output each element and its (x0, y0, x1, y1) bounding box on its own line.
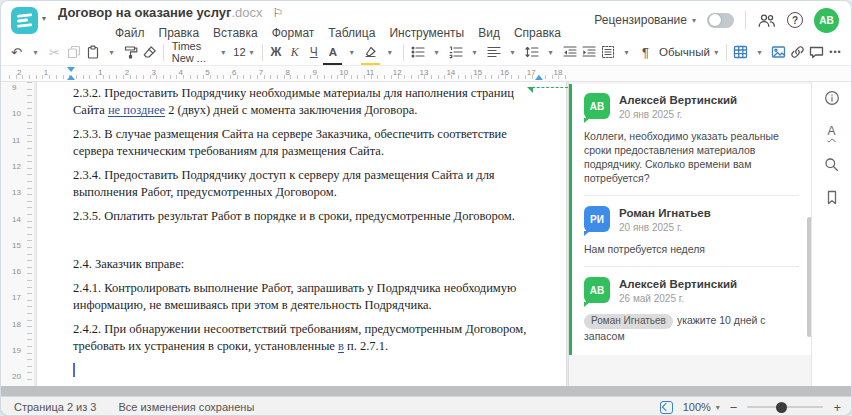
paste-button[interactable] (83, 41, 102, 63)
comment-text-with-mention: Роман Игнатьевукажите 10 дней с запасом (584, 313, 799, 343)
show-paragraph-marks-button[interactable]: ¶ (636, 41, 655, 63)
format-painter-button[interactable] (121, 41, 140, 63)
comment-thread[interactable]: АВ Алексей Вертинский 20 янв 2025 г. Кол… (569, 84, 813, 355)
insert-link-button[interactable] (788, 41, 807, 63)
bullet-list-caret-icon[interactable]: ▾ (435, 48, 439, 57)
search-icon[interactable] (822, 154, 842, 174)
zoom-in-button[interactable]: + (833, 400, 841, 415)
paragraph-settings-caret-icon[interactable]: ▾ (625, 48, 629, 57)
font-color-button[interactable]: А (323, 41, 342, 63)
user-avatar[interactable]: АВ (814, 8, 839, 33)
header: ▾ Договор на оказание услуг.docx⚐ Файл П… (1, 1, 851, 39)
right-indent-marker[interactable] (535, 75, 543, 80)
app-logo-icon[interactable] (11, 7, 38, 34)
menu-view[interactable]: Вид (478, 26, 500, 40)
zoom-slider[interactable] (747, 406, 823, 408)
comment-avatar: РИ (584, 206, 610, 232)
first-line-indent-marker[interactable] (67, 67, 75, 72)
chevron-down-icon: ▾ (714, 48, 718, 57)
flag-icon[interactable]: ⚐ (273, 6, 284, 20)
paragraph-2-4-1[interactable]: 2.4.1. Контролировать выполнение Работ, … (73, 280, 539, 314)
insert-table-caret-icon[interactable]: ▾ (757, 48, 761, 57)
review-toggle[interactable] (707, 13, 734, 28)
comment-text: Коллеги, необходимо указать реальные сро… (584, 129, 799, 185)
paragraph-2-3-4[interactable]: 2.3.4. Предоставить Подрядчику доступ к … (73, 167, 539, 201)
help-icon[interactable]: ? (787, 12, 803, 28)
menu-file[interactable]: Файл (115, 26, 145, 40)
horizontal-scroll-track[interactable] (1, 386, 851, 396)
font-size-select[interactable]: 12▾ (229, 41, 257, 63)
mention-badge[interactable]: Роман Игнатьев (584, 314, 673, 329)
comment-date: 20 янв 2025 г. (619, 109, 737, 120)
cut-button[interactable]: ✂ (45, 41, 64, 63)
bullet-list-button[interactable] (408, 41, 427, 63)
font-color-letter: А (329, 46, 337, 58)
insert-comment-button[interactable] (807, 41, 826, 63)
more-tools-button[interactable]: ••• (826, 41, 845, 63)
comment-anchor-text[interactable]: не позднее (108, 103, 165, 117)
highlight-caret-icon[interactable]: ▾ (388, 48, 392, 57)
paragraph-2-3-3[interactable]: 2.3.3. В случае размещения Сайта на серв… (73, 126, 539, 160)
info-icon[interactable] (822, 88, 842, 108)
page-indicator[interactable]: Страница 2 из 3 (14, 401, 96, 413)
highlight-color-button[interactable] (361, 41, 380, 63)
bookmark-icon[interactable] (822, 187, 842, 207)
menu-edit[interactable]: Правка (159, 26, 200, 40)
comment-avatar-initials: АВ (590, 285, 604, 296)
menu-help[interactable]: Справка (514, 26, 561, 40)
clear-style-button[interactable] (140, 41, 159, 63)
italic-button[interactable]: К (285, 41, 304, 63)
font-color-caret-icon[interactable]: ▾ (350, 48, 354, 57)
logo-menu-caret-icon[interactable]: ▾ (42, 14, 46, 23)
chevron-down-icon: ▾ (716, 403, 720, 412)
font-name-select[interactable]: Times New ...▾ (168, 41, 230, 63)
zoom-slider-knob[interactable] (776, 402, 787, 413)
cursor-paragraph[interactable] (73, 362, 539, 379)
menu-insert[interactable]: Вставка (213, 26, 258, 40)
paragraph-2-3-5[interactable]: 2.3.5. Оплатить результат Работ в порядк… (73, 208, 539, 225)
undo-caret-icon[interactable]: ▾ (33, 48, 37, 57)
decrease-indent-button[interactable] (560, 41, 579, 63)
paste-caret-icon[interactable]: ▾ (109, 48, 113, 57)
document-page[interactable]: 2.3.2. Предоставить Подрядчику необходим… (36, 82, 567, 386)
numbered-list-button[interactable] (446, 41, 465, 63)
increase-indent-button[interactable] (579, 41, 598, 63)
menu-tools[interactable]: Инструменты (389, 26, 464, 40)
avatar-initials: АВ (819, 15, 833, 26)
zoom-out-button[interactable]: − (730, 400, 738, 415)
numbered-list-caret-icon[interactable]: ▾ (473, 48, 477, 57)
underline-button[interactable]: Ч (304, 41, 323, 63)
document-text[interactable]: 2.3.2. Предоставить Подрядчику необходим… (73, 85, 539, 386)
line-spacing-caret-icon[interactable]: ▾ (549, 48, 553, 57)
document-title-text: Договор на оказание услуг (58, 5, 231, 20)
left-indent-marker[interactable] (67, 75, 75, 80)
insert-image-button[interactable] (769, 41, 788, 63)
paragraph-2-3-2[interactable]: 2.3.2. Предоставить Подрядчику необходим… (73, 85, 539, 119)
spellcheck-icon[interactable]: А (822, 121, 842, 141)
bold-button[interactable]: Ж (266, 41, 285, 63)
review-mode-dropdown[interactable]: Рецензирование ▾ (594, 13, 696, 27)
align-left-button[interactable] (484, 41, 503, 63)
menu-format[interactable]: Формат (272, 26, 315, 40)
line-spacing-button[interactable] (522, 41, 541, 63)
comment-date: 26 май 2025 г. (619, 293, 737, 304)
paragraph-text: 2 (двух) дней с момента заключения Догов… (165, 103, 417, 117)
insert-table-button[interactable] (731, 41, 750, 63)
paragraph-settings-button[interactable] (598, 41, 617, 63)
paragraph-style-select[interactable]: Обычный▾ (655, 41, 722, 63)
copy-button[interactable] (64, 41, 83, 63)
paragraph-2-4[interactable]: 2.4. Заказчик вправе: (73, 256, 539, 273)
empty-paragraph[interactable] (73, 232, 539, 249)
menu-table[interactable]: Таблица (328, 26, 375, 40)
comment-avatar-initials: РИ (590, 214, 604, 225)
zoom-select[interactable]: 100% ▾ (683, 401, 720, 413)
align-caret-icon[interactable]: ▾ (511, 48, 515, 57)
undo-button[interactable]: ↶ (7, 41, 26, 63)
fit-page-icon[interactable] (660, 401, 673, 414)
comment-2: РИ Роман Игнатьев 20 янв 2025 г. (584, 206, 799, 233)
comment-avatar: АВ (584, 93, 610, 119)
paragraph-2-4-2[interactable]: 2.4.2. При обнаружении несоответствий тр… (73, 321, 539, 355)
collaboration-users-icon[interactable] (757, 13, 776, 28)
header-separator (745, 11, 746, 29)
text-cursor (73, 363, 75, 377)
